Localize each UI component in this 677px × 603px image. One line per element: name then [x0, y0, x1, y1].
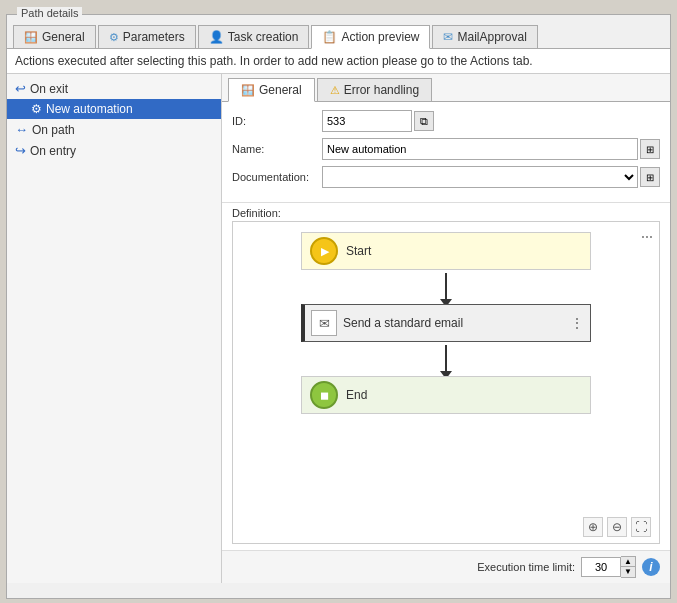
- inner-tab-error-handling[interactable]: ⚠ Error handling: [317, 78, 432, 101]
- tree-item-on-path[interactable]: ↔ On path: [7, 119, 221, 140]
- tab-mail-approval[interactable]: ✉ MailApproval: [432, 25, 537, 48]
- panel-title: Path details: [17, 7, 82, 19]
- email-icon-box: ✉: [311, 310, 337, 336]
- expand-icon: ⊞: [646, 144, 654, 155]
- name-field[interactable]: [322, 138, 638, 160]
- name-label: Name:: [232, 143, 322, 155]
- tab-action-preview-icon: 📋: [322, 30, 337, 44]
- tree-item-on-entry[interactable]: ↪ On entry: [7, 140, 221, 161]
- play-icon: ▶: [321, 245, 329, 258]
- spinbox-up-button[interactable]: ▲: [621, 557, 635, 567]
- id-label: ID:: [232, 115, 322, 127]
- fit-button[interactable]: ⛶: [631, 517, 651, 537]
- info-icon-label: i: [649, 560, 652, 574]
- id-row: ID: ⧉: [232, 110, 660, 132]
- inner-tab-general[interactable]: 🪟 General: [228, 78, 315, 102]
- tab-parameters-label: Parameters: [123, 30, 185, 44]
- inner-tabs-row: 🪟 General ⚠ Error handling: [222, 74, 670, 102]
- zoom-out-button[interactable]: ⊖: [607, 517, 627, 537]
- tab-mail-approval-icon: ✉: [443, 30, 453, 44]
- inner-tab-general-icon: 🪟: [241, 84, 255, 97]
- name-expand-button[interactable]: ⊞: [640, 139, 660, 159]
- doc-row: Documentation: ⊞: [232, 166, 660, 188]
- end-node: ◼ End: [301, 376, 591, 414]
- top-tabs-row: 🪟 General ⚙ Parameters 👤 Task creation 📋…: [7, 15, 670, 49]
- inner-tab-error-label: Error handling: [344, 83, 419, 97]
- execution-spinbox: ▲ ▼: [581, 556, 636, 578]
- main-content: ↩ On exit ⚙ New automation ↔ On path ↪ O…: [7, 74, 670, 583]
- action-label: Send a standard email: [343, 316, 463, 330]
- tab-task-creation-label: Task creation: [228, 30, 299, 44]
- tree-on-path-label: On path: [32, 123, 75, 137]
- arrow-line-2: [445, 345, 447, 373]
- doc-expand-button[interactable]: ⊞: [640, 167, 660, 187]
- bottom-bar: Execution time limit: ▲ ▼ i: [222, 550, 670, 583]
- tree-on-path-icon: ↔: [15, 122, 28, 137]
- tab-general-icon: 🪟: [24, 31, 38, 44]
- tree-on-entry-icon: ↪: [15, 143, 26, 158]
- execution-input[interactable]: [581, 557, 621, 577]
- diagram-toolbar: ⊕ ⊖ ⛶: [583, 517, 651, 537]
- inner-tab-general-label: General: [259, 83, 302, 97]
- info-bar-text: Actions executed after selecting this pa…: [15, 54, 533, 68]
- doc-select[interactable]: [322, 166, 638, 188]
- name-row: Name: ⊞: [232, 138, 660, 160]
- start-indicator: ▶: [310, 237, 338, 265]
- arrow-2: [445, 342, 447, 376]
- tab-mail-approval-label: MailApproval: [457, 30, 526, 44]
- tab-general-label: General: [42, 30, 85, 44]
- fit-icon: ⛶: [635, 520, 647, 534]
- email-icon: ✉: [319, 316, 330, 331]
- tree-new-automation-icon: ⚙: [31, 102, 42, 116]
- tree-on-exit-label: On exit: [30, 82, 68, 96]
- tab-action-preview-label: Action preview: [341, 30, 419, 44]
- end-label: End: [346, 388, 367, 402]
- divider-dots: · · ·: [215, 315, 222, 342]
- form-area: ID: ⧉ Name: ⊞ Documentation:: [222, 102, 670, 203]
- left-panel: ↩ On exit ⚙ New automation ↔ On path ↪ O…: [7, 74, 222, 583]
- tab-general[interactable]: 🪟 General: [13, 25, 96, 48]
- diagram-inner: ▶ Start ✉ Send a standard email: [243, 232, 649, 513]
- action-node: ✉ Send a standard email ⋮: [301, 304, 591, 342]
- id-field[interactable]: [322, 110, 412, 132]
- execution-label: Execution time limit:: [477, 561, 575, 573]
- id-copy-button[interactable]: ⧉: [414, 111, 434, 131]
- action-menu-button[interactable]: ⋮: [570, 315, 584, 331]
- copy-icon: ⧉: [420, 115, 428, 128]
- tree-item-new-automation[interactable]: ⚙ New automation: [7, 99, 221, 119]
- end-indicator: ◼: [310, 381, 338, 409]
- tab-parameters[interactable]: ⚙ Parameters: [98, 25, 196, 48]
- tab-action-preview[interactable]: 📋 Action preview: [311, 25, 430, 49]
- tab-task-creation-icon: 👤: [209, 30, 224, 44]
- zoom-out-icon: ⊖: [612, 520, 622, 534]
- right-panel: 🪟 General ⚠ Error handling ID: ⧉: [222, 74, 670, 583]
- doc-label: Documentation:: [232, 171, 322, 183]
- arrow-line-1: [445, 273, 447, 301]
- start-node: ▶ Start: [301, 232, 591, 270]
- info-button[interactable]: i: [642, 558, 660, 576]
- zoom-in-icon: ⊕: [588, 520, 598, 534]
- definition-label: Definition:: [222, 203, 670, 221]
- spinbox-down-button[interactable]: ▼: [621, 567, 635, 577]
- tab-task-creation[interactable]: 👤 Task creation: [198, 25, 310, 48]
- doc-expand-icon: ⊞: [646, 172, 654, 183]
- tree-on-exit-icon: ↩: [15, 81, 26, 96]
- diagram-area: ⋯ ▶ Start: [232, 221, 660, 544]
- tree-item-on-exit[interactable]: ↩ On exit: [7, 78, 221, 99]
- tree-new-automation-label: New automation: [46, 102, 133, 116]
- tab-parameters-icon: ⚙: [109, 31, 119, 44]
- spinbox-buttons: ▲ ▼: [621, 556, 636, 578]
- info-bar: Actions executed after selecting this pa…: [7, 49, 670, 74]
- stop-icon: ◼: [320, 389, 329, 402]
- arrow-1: [445, 270, 447, 304]
- start-label: Start: [346, 244, 371, 258]
- inner-tab-error-icon: ⚠: [330, 84, 340, 97]
- zoom-in-button[interactable]: ⊕: [583, 517, 603, 537]
- tree-on-entry-label: On entry: [30, 144, 76, 158]
